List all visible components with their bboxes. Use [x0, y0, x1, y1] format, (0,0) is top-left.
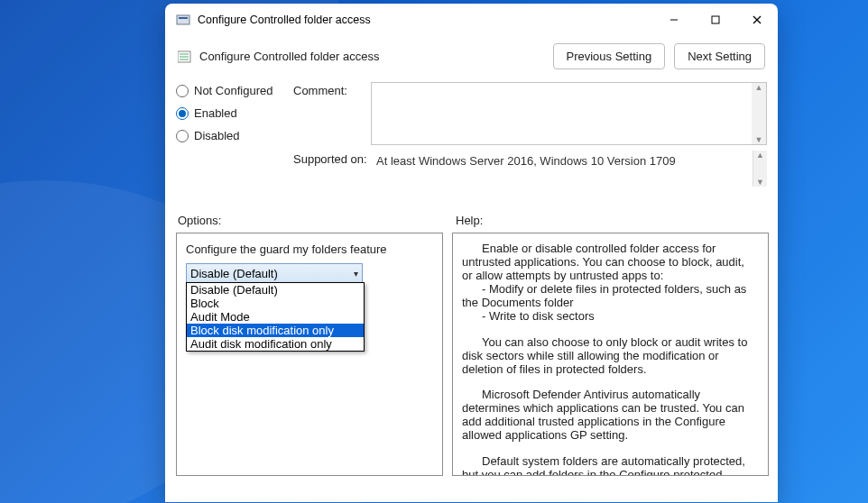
help-text: Microsoft Defender Antivirus automatical… [462, 389, 755, 443]
supported-text: At least Windows Server 2016, Windows 10… [376, 154, 676, 168]
scrollbar[interactable]: ▲▼ [752, 83, 766, 144]
options-panel: Configure the guard my folders feature D… [176, 233, 443, 476]
supported-on-value: At least Windows Server 2016, Windows 10… [371, 151, 767, 187]
dropdown-option[interactable]: Audit Mode [187, 310, 364, 324]
policy-editor-window: Configure Controlled folder access Confi… [165, 4, 778, 502]
comment-label: Comment: [293, 82, 371, 145]
svg-rect-1 [179, 17, 188, 19]
comment-textarea[interactable]: ▲▼ [371, 82, 767, 145]
minimize-button[interactable] [653, 5, 695, 34]
subheader: Configure Controlled folder access Previ… [165, 36, 778, 82]
radio-label: Not Configured [194, 84, 272, 97]
settings-list-icon [178, 50, 194, 64]
radio-icon [176, 130, 189, 142]
help-panel: Enable or disable controlled folder acce… [452, 233, 769, 476]
options-title: Configure the guard my folders feature [186, 242, 433, 256]
help-text: - Write to disk sectors [462, 310, 755, 324]
dropdown-option[interactable]: Block disk modification only [187, 324, 364, 337]
policy-title: Configure Controlled folder access [199, 50, 379, 63]
radio-disabled[interactable]: Disabled [176, 129, 293, 142]
guard-mode-dropdown[interactable]: Disable (Default) ▾ [186, 263, 363, 283]
close-button[interactable] [736, 5, 778, 34]
radio-icon [176, 85, 189, 97]
dropdown-list: Disable (Default) Block Audit Mode Block… [186, 282, 365, 352]
scrollbar[interactable]: ▲▼ [753, 151, 767, 187]
next-setting-button[interactable]: Next Setting [674, 43, 765, 69]
radio-label: Enabled [194, 106, 237, 120]
dropdown-selected: Disable (Default) [190, 267, 278, 280]
dropdown-option[interactable]: Block [187, 297, 364, 310]
scroll-down-icon[interactable]: ▼ [756, 178, 764, 187]
help-text: Enable or disable controlled folder acce… [462, 242, 755, 283]
previous-setting-button[interactable]: Previous Setting [553, 43, 666, 69]
scroll-down-icon[interactable]: ▼ [755, 135, 763, 144]
chevron-down-icon: ▾ [354, 269, 358, 279]
radio-not-configured[interactable]: Not Configured [176, 84, 293, 97]
svg-rect-0 [177, 15, 189, 24]
radio-enabled[interactable]: Enabled [176, 106, 293, 120]
state-radio-group: Not Configured Enabled Disabled [176, 82, 293, 192]
options-section-label: Options: [178, 214, 456, 227]
help-section-label: Help: [456, 214, 483, 227]
maximize-button[interactable] [695, 5, 736, 34]
help-text: You can also choose to only block or aud… [462, 336, 755, 377]
dropdown-option[interactable]: Audit disk modification only [187, 337, 364, 351]
svg-rect-3 [712, 16, 719, 23]
dropdown-option[interactable]: Disable (Default) [187, 283, 364, 297]
window-title: Configure Controlled folder access [198, 14, 371, 26]
scroll-up-icon[interactable]: ▲ [755, 83, 763, 92]
window-controls [653, 5, 778, 34]
supported-on-label: Supported on: [293, 151, 371, 187]
radio-label: Disabled [194, 129, 240, 142]
help-text: Default system folders are automatically… [462, 455, 755, 476]
policy-icon [176, 13, 190, 27]
radio-icon [176, 107, 189, 120]
scroll-up-icon[interactable]: ▲ [756, 151, 764, 160]
titlebar: Configure Controlled folder access [165, 4, 778, 36]
help-text: - Modify or delete files in protected fo… [462, 283, 755, 310]
